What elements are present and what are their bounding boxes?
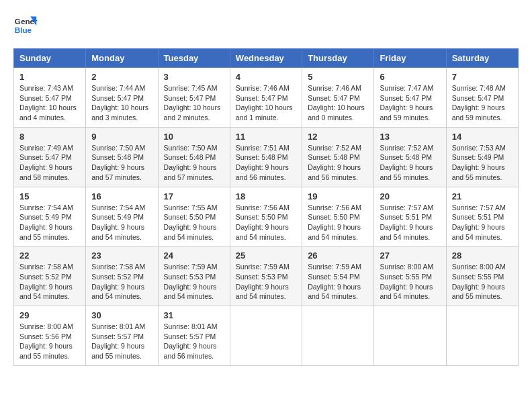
day-number: 5 bbox=[308, 72, 368, 82]
cell-details: Sunrise: 8:01 AMSunset: 5:57 PMDaylight:… bbox=[164, 322, 224, 361]
cell-details: Sunrise: 7:52 AMSunset: 5:48 PMDaylight:… bbox=[380, 143, 440, 183]
calendar-header-row: SundayMondayTuesdayWednesdayThursdayFrid… bbox=[14, 49, 519, 68]
calendar-cell: 6Sunrise: 7:47 AMSunset: 5:47 PMDaylight… bbox=[374, 68, 446, 128]
calendar-cell: 15Sunrise: 7:54 AMSunset: 5:49 PMDayligh… bbox=[14, 187, 86, 246]
cell-details: Sunrise: 7:53 AMSunset: 5:49 PMDaylight:… bbox=[452, 143, 513, 183]
cell-details: Sunrise: 7:56 AMSunset: 5:50 PMDaylight:… bbox=[308, 203, 368, 242]
calendar-cell: 30Sunrise: 8:01 AMSunset: 5:57 PMDayligh… bbox=[86, 306, 158, 366]
day-number: 25 bbox=[236, 250, 296, 261]
cell-details: Sunrise: 7:44 AMSunset: 5:47 PMDaylight:… bbox=[91, 83, 152, 123]
cell-details: Sunrise: 7:43 AMSunset: 5:47 PMDaylight:… bbox=[19, 83, 80, 123]
cell-details: Sunrise: 7:49 AMSunset: 5:47 PMDaylight:… bbox=[19, 143, 80, 183]
cell-details: Sunrise: 8:00 AMSunset: 5:56 PMDaylight:… bbox=[19, 322, 80, 361]
calendar-cell: 19Sunrise: 7:56 AMSunset: 5:50 PMDayligh… bbox=[302, 187, 374, 246]
cell-details: Sunrise: 7:51 AMSunset: 5:48 PMDaylight:… bbox=[236, 143, 296, 183]
day-number: 19 bbox=[308, 191, 368, 201]
day-number: 9 bbox=[91, 132, 152, 142]
calendar-cell bbox=[230, 306, 302, 366]
cell-details: Sunrise: 8:00 AMSunset: 5:55 PMDaylight:… bbox=[452, 262, 513, 302]
calendar-cell bbox=[374, 306, 446, 366]
cell-details: Sunrise: 7:54 AMSunset: 5:49 PMDaylight:… bbox=[91, 203, 152, 242]
calendar-cell: 12Sunrise: 7:52 AMSunset: 5:48 PMDayligh… bbox=[302, 127, 374, 187]
day-number: 24 bbox=[164, 250, 224, 261]
cell-details: Sunrise: 7:50 AMSunset: 5:48 PMDaylight:… bbox=[164, 143, 224, 183]
day-number: 13 bbox=[380, 132, 440, 142]
day-number: 22 bbox=[19, 250, 80, 261]
cell-details: Sunrise: 7:56 AMSunset: 5:50 PMDaylight:… bbox=[236, 203, 296, 242]
calendar-week-row: 8Sunrise: 7:49 AMSunset: 5:47 PMDaylight… bbox=[14, 127, 519, 187]
day-number: 14 bbox=[452, 132, 513, 142]
day-number: 6 bbox=[380, 72, 440, 82]
day-number: 1 bbox=[19, 72, 80, 82]
calendar-cell bbox=[302, 306, 374, 366]
day-of-week-header: Friday bbox=[374, 49, 446, 68]
day-number: 17 bbox=[164, 191, 224, 201]
calendar-cell: 23Sunrise: 7:58 AMSunset: 5:52 PMDayligh… bbox=[86, 246, 158, 306]
calendar-cell: 4Sunrise: 7:46 AMSunset: 5:47 PMDaylight… bbox=[230, 68, 302, 128]
calendar-cell bbox=[446, 306, 518, 366]
day-number: 2 bbox=[91, 72, 152, 82]
day-of-week-header: Sunday bbox=[14, 49, 86, 68]
day-number: 18 bbox=[236, 191, 296, 201]
calendar-cell: 31Sunrise: 8:01 AMSunset: 5:57 PMDayligh… bbox=[158, 306, 230, 366]
day-of-week-header: Saturday bbox=[446, 49, 518, 68]
day-number: 27 bbox=[380, 250, 440, 261]
calendar-cell: 13Sunrise: 7:52 AMSunset: 5:48 PMDayligh… bbox=[374, 127, 446, 187]
cell-details: Sunrise: 7:50 AMSunset: 5:48 PMDaylight:… bbox=[91, 143, 152, 183]
cell-details: Sunrise: 7:52 AMSunset: 5:48 PMDaylight:… bbox=[308, 143, 368, 183]
day-of-week-header: Monday bbox=[86, 49, 158, 68]
calendar-cell: 14Sunrise: 7:53 AMSunset: 5:49 PMDayligh… bbox=[446, 127, 518, 187]
cell-details: Sunrise: 7:46 AMSunset: 5:47 PMDaylight:… bbox=[308, 83, 368, 123]
calendar-cell: 24Sunrise: 7:59 AMSunset: 5:53 PMDayligh… bbox=[158, 246, 230, 306]
calendar-cell: 18Sunrise: 7:56 AMSunset: 5:50 PMDayligh… bbox=[230, 187, 302, 246]
page-header: General Blue bbox=[13, 13, 519, 38]
calendar-cell: 25Sunrise: 7:59 AMSunset: 5:53 PMDayligh… bbox=[230, 246, 302, 306]
calendar-week-row: 29Sunrise: 8:00 AMSunset: 5:56 PMDayligh… bbox=[14, 306, 519, 366]
day-number: 7 bbox=[452, 72, 513, 82]
calendar-week-row: 1Sunrise: 7:43 AMSunset: 5:47 PMDaylight… bbox=[14, 68, 519, 128]
calendar-cell: 27Sunrise: 8:00 AMSunset: 5:55 PMDayligh… bbox=[374, 246, 446, 306]
calendar-cell: 17Sunrise: 7:55 AMSunset: 5:50 PMDayligh… bbox=[158, 187, 230, 246]
cell-details: Sunrise: 7:45 AMSunset: 5:47 PMDaylight:… bbox=[164, 83, 224, 123]
calendar-cell: 10Sunrise: 7:50 AMSunset: 5:48 PMDayligh… bbox=[158, 127, 230, 187]
calendar-cell: 22Sunrise: 7:58 AMSunset: 5:52 PMDayligh… bbox=[14, 246, 86, 306]
cell-details: Sunrise: 7:46 AMSunset: 5:47 PMDaylight:… bbox=[236, 83, 296, 123]
cell-details: Sunrise: 8:00 AMSunset: 5:55 PMDaylight:… bbox=[380, 262, 440, 302]
svg-text:Blue: Blue bbox=[15, 26, 32, 34]
cell-details: Sunrise: 7:59 AMSunset: 5:53 PMDaylight:… bbox=[236, 262, 296, 302]
calendar-cell: 29Sunrise: 8:00 AMSunset: 5:56 PMDayligh… bbox=[14, 306, 86, 366]
calendar-week-row: 15Sunrise: 7:54 AMSunset: 5:49 PMDayligh… bbox=[14, 187, 519, 246]
day-number: 10 bbox=[164, 132, 224, 142]
day-number: 3 bbox=[164, 72, 224, 82]
day-number: 30 bbox=[91, 310, 152, 320]
day-number: 23 bbox=[91, 250, 152, 261]
cell-details: Sunrise: 7:59 AMSunset: 5:53 PMDaylight:… bbox=[164, 262, 224, 302]
calendar-cell: 8Sunrise: 7:49 AMSunset: 5:47 PMDaylight… bbox=[14, 127, 86, 187]
calendar-cell: 21Sunrise: 7:57 AMSunset: 5:51 PMDayligh… bbox=[446, 187, 518, 246]
calendar-cell: 28Sunrise: 8:00 AMSunset: 5:55 PMDayligh… bbox=[446, 246, 518, 306]
cell-details: Sunrise: 7:57 AMSunset: 5:51 PMDaylight:… bbox=[452, 203, 513, 242]
day-of-week-header: Thursday bbox=[302, 49, 374, 68]
calendar-cell: 20Sunrise: 7:57 AMSunset: 5:51 PMDayligh… bbox=[374, 187, 446, 246]
calendar-table: SundayMondayTuesdayWednesdayThursdayFrid… bbox=[13, 48, 519, 366]
day-number: 11 bbox=[236, 132, 296, 142]
cell-details: Sunrise: 7:58 AMSunset: 5:52 PMDaylight:… bbox=[91, 262, 152, 302]
day-number: 4 bbox=[236, 72, 296, 82]
cell-details: Sunrise: 7:59 AMSunset: 5:54 PMDaylight:… bbox=[308, 262, 368, 302]
calendar-cell: 1Sunrise: 7:43 AMSunset: 5:47 PMDaylight… bbox=[14, 68, 86, 128]
calendar-cell: 11Sunrise: 7:51 AMSunset: 5:48 PMDayligh… bbox=[230, 127, 302, 187]
day-number: 21 bbox=[452, 191, 513, 201]
calendar-cell: 26Sunrise: 7:59 AMSunset: 5:54 PMDayligh… bbox=[302, 246, 374, 306]
calendar-cell: 7Sunrise: 7:48 AMSunset: 5:47 PMDaylight… bbox=[446, 68, 518, 128]
day-number: 16 bbox=[91, 191, 152, 201]
cell-details: Sunrise: 8:01 AMSunset: 5:57 PMDaylight:… bbox=[91, 322, 152, 361]
day-of-week-header: Wednesday bbox=[230, 49, 302, 68]
day-number: 28 bbox=[452, 250, 513, 261]
cell-details: Sunrise: 7:57 AMSunset: 5:51 PMDaylight:… bbox=[380, 203, 440, 242]
cell-details: Sunrise: 7:55 AMSunset: 5:50 PMDaylight:… bbox=[164, 203, 224, 242]
calendar-cell: 2Sunrise: 7:44 AMSunset: 5:47 PMDaylight… bbox=[86, 68, 158, 128]
cell-details: Sunrise: 7:48 AMSunset: 5:47 PMDaylight:… bbox=[452, 83, 513, 123]
day-of-week-header: Tuesday bbox=[158, 49, 230, 68]
cell-details: Sunrise: 7:58 AMSunset: 5:52 PMDaylight:… bbox=[19, 262, 80, 302]
calendar-cell: 3Sunrise: 7:45 AMSunset: 5:47 PMDaylight… bbox=[158, 68, 230, 128]
